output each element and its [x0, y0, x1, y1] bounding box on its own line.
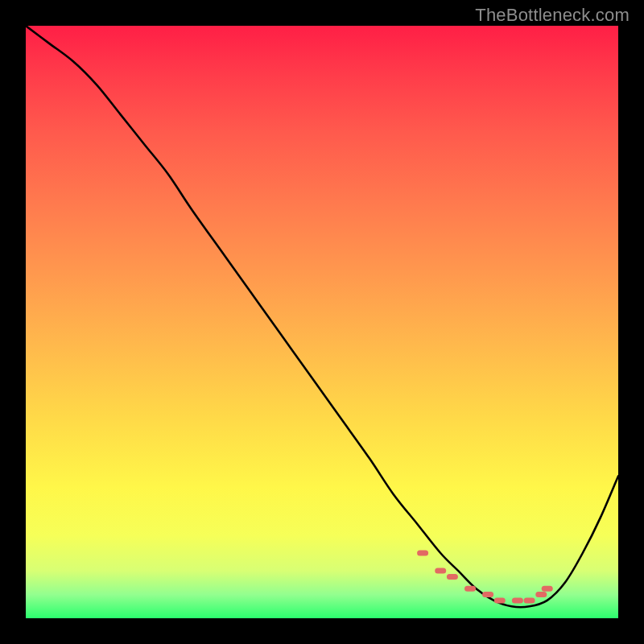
optimal-dot — [542, 586, 553, 592]
optimal-dot — [435, 568, 446, 574]
chart-svg — [26, 26, 618, 618]
watermark-text: TheBottleneck.com — [475, 5, 630, 26]
optimal-dot — [512, 597, 523, 603]
optimal-dot — [482, 592, 493, 597]
optimal-dot — [494, 597, 506, 603]
bottleneck-curve — [26, 26, 618, 607]
optimal-dot — [535, 592, 547, 597]
chart-plot-area — [26, 26, 618, 618]
optimal-dot — [524, 597, 535, 603]
optimal-dot — [417, 551, 428, 556]
chart-frame: TheBottleneck.com — [0, 0, 644, 644]
optimal-zone-dots — [417, 551, 553, 604]
optimal-dot — [447, 574, 458, 580]
optimal-dot — [464, 586, 476, 592]
